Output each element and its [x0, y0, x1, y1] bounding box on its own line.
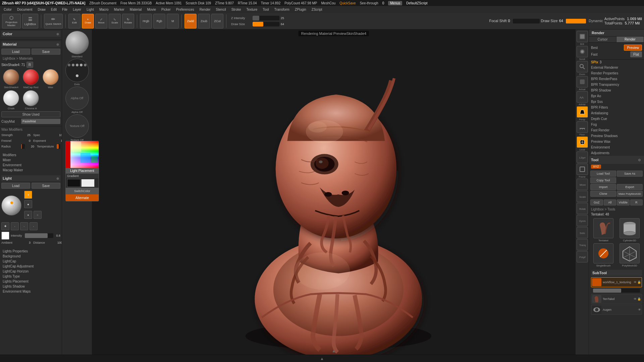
z-intensity-track[interactable]: [253, 16, 279, 20]
subtool-tentakel[interactable]: TenTakel 👁 🔒: [591, 294, 642, 304]
hrgb-btn[interactable]: Hrgb: [140, 14, 152, 28]
move-btn[interactable]: ⤢ Move: [95, 14, 107, 28]
strip-alpha-off[interactable]: Alpha Off Alpha Off: [63, 86, 91, 114]
menu-stroke[interactable]: Stroke: [229, 7, 244, 12]
menu-material[interactable]: Material: [127, 7, 144, 12]
light-sphere[interactable]: [1, 195, 21, 216]
color-header[interactable]: Color ⊕: [1, 31, 60, 37]
floor-btn[interactable]: [577, 121, 588, 133]
lightcap-adjustment-item[interactable]: LightCap Adjustment: [1, 264, 60, 269]
lights-properties-item[interactable]: Lights Properties: [1, 249, 60, 254]
polymesh3d-thumb[interactable]: PolyMesh3D: [617, 243, 642, 267]
strip-dots[interactable]: Dots: [63, 59, 91, 86]
menu-movie[interactable]: Movie: [145, 7, 158, 12]
subtool-lock-icon[interactable]: 🔒: [637, 281, 641, 284]
edit-btn[interactable]: ✎ Edit: [68, 14, 80, 28]
light-header[interactable]: Light ⊕: [1, 175, 60, 181]
menu-zplugin[interactable]: ZPlugin: [292, 7, 309, 12]
scale-rt-btn[interactable]: Scale: [577, 191, 588, 202]
lsym-btn[interactable]: LSym: [577, 152, 588, 163]
mixer-item[interactable]: Mixer: [1, 158, 60, 163]
depth-cue-item[interactable]: Depth Cue: [589, 116, 644, 122]
clone-btn[interactable]: Clone: [590, 191, 616, 197]
goz-btn[interactable]: GoZ: [590, 199, 603, 205]
canvas-area[interactable]: Rendering Material PreviewSkinShade4: [92, 29, 575, 355]
light-load-btn[interactable]: Load: [1, 183, 30, 189]
rgb-btn[interactable]: Rgb: [153, 14, 165, 28]
rotate-rt-btn[interactable]: Rotate: [577, 203, 588, 214]
aahal-btn[interactable]: AA: [577, 91, 588, 103]
preview-btn[interactable]: Preview: [624, 45, 642, 51]
lights-shadow-item[interactable]: Lights Shadow: [1, 284, 60, 289]
persp-btn[interactable]: [577, 106, 588, 118]
flat-btn[interactable]: Flat: [630, 51, 642, 57]
material-chalk[interactable]: Chalk: [2, 90, 20, 110]
m-btn[interactable]: M: [167, 14, 179, 28]
projection-master-btn[interactable]: ⬡ Projection Master: [2, 14, 21, 28]
all-btn[interactable]: All: [604, 199, 616, 205]
external-renderer-item[interactable]: External Renderer: [589, 65, 644, 70]
material-skinshade4[interactable]: SkinShade4: [2, 69, 20, 89]
menu-render[interactable]: Render: [197, 7, 213, 12]
bottom-nav-arrow[interactable]: ▲: [317, 356, 327, 361]
brill-btn[interactable]: [577, 31, 588, 42]
menu-light[interactable]: Light: [84, 7, 96, 12]
menu-marker[interactable]: Marker: [112, 7, 127, 12]
menu-preferences[interactable]: Preferences: [174, 7, 197, 12]
subtool-augen[interactable]: Augen 👁: [591, 305, 642, 315]
modifiers-item[interactable]: Modifiers: [1, 153, 60, 158]
cylinder3d-thumb[interactable]: Cylinder3D: [617, 218, 642, 242]
polyf-rt-btn[interactable]: PolyF: [577, 251, 588, 262]
frame-btn[interactable]: [577, 164, 588, 175]
material-wax[interactable]: Wax: [41, 69, 60, 89]
visible-btn[interactable]: Visible: [617, 199, 630, 205]
menu-transform[interactable]: Transform: [272, 7, 292, 12]
subtool-tentakel-eye-icon[interactable]: 👁: [634, 297, 637, 301]
light-icon-1-btn[interactable]: ☀: [24, 191, 32, 199]
environment-maps-item[interactable]: Environment Maps: [1, 289, 60, 294]
render-properties-item[interactable]: Render Properties: [589, 70, 644, 76]
light-sun-icon-btn[interactable]: ✦: [1, 222, 9, 230]
light-icon-3-btn[interactable]: ●: [24, 211, 32, 219]
load-tool-btn[interactable]: Load Tool: [590, 171, 616, 177]
menu-picker[interactable]: Picker: [159, 7, 173, 12]
dynamic-btn[interactable]: Dynamic: [589, 19, 603, 23]
lightcap-item[interactable]: LightCap: [1, 259, 60, 264]
menu-edit[interactable]: Edit: [49, 7, 59, 12]
adjustments-item[interactable]: Adjustments: [589, 150, 644, 156]
strip-texture-off[interactable]: Texture Off Texture Off: [63, 114, 91, 141]
environment-render-item[interactable]: Environment: [589, 144, 644, 150]
scale-btn[interactable]: ⤡ Scale: [109, 14, 121, 28]
material-matcap-red[interactable]: MatCap Red: [22, 69, 40, 89]
material-chrome[interactable]: Chrome A: [22, 90, 40, 110]
menus-btn[interactable]: Menus: [388, 1, 402, 5]
menu-texture[interactable]: Texture: [244, 7, 260, 12]
render-tab[interactable]: Render: [616, 37, 644, 42]
export-btn[interactable]: Export: [617, 184, 643, 190]
menu-draw[interactable]: Draw: [35, 7, 48, 12]
bpr-filters-item[interactable]: BPR Filters: [589, 105, 644, 110]
single-brush-thumb[interactable]: SingleBrush: [591, 243, 616, 267]
preview-wax-item[interactable]: Preview Wax: [589, 139, 644, 144]
r-btn[interactable]: R: [26, 62, 33, 68]
menu-zscript[interactable]: ZScript: [309, 7, 325, 12]
light-dot3-icon-btn[interactable]: ·: [30, 222, 38, 230]
zsub-btn[interactable]: Zsub: [198, 14, 210, 28]
import-btn[interactable]: Import: [590, 184, 616, 190]
menu-document[interactable]: Document: [15, 7, 35, 12]
lights-placement-item[interactable]: Lights Placement: [1, 279, 60, 284]
lightcap-horizon-item[interactable]: LightCap Horizon: [1, 269, 60, 274]
switch-color-btn[interactable]: SwitchColor: [66, 188, 99, 194]
alternate-btn[interactable]: Alternate: [66, 194, 99, 201]
zadd-btn[interactable]: Zadd: [184, 14, 197, 28]
menu-tool[interactable]: Tool: [260, 7, 271, 12]
subtool-workflow[interactable]: workflow_1_texturing 👁 🔒: [591, 277, 642, 287]
color-gradient-area[interactable]: [70, 141, 99, 168]
make-polymesh3d-btn[interactable]: Make PolyMesh3D: [617, 191, 643, 197]
save-as-btn[interactable]: Save As: [617, 171, 643, 177]
cursor-tab[interactable]: Cursor: [589, 37, 616, 42]
bpr-transparency-item[interactable]: BPR Transparency: [589, 82, 644, 87]
solo-rt-btn[interactable]: Solo: [577, 227, 588, 238]
xyz-btn[interactable]: XYZ: [591, 165, 601, 169]
nav-up-arrow[interactable]: ▲: [329, 349, 338, 353]
